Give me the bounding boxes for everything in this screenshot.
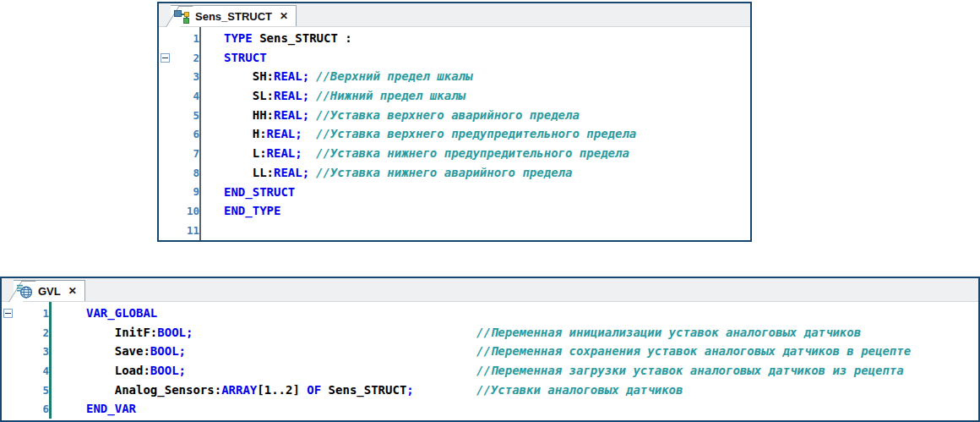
code-line[interactable]: 4 SL:REAL;//Нижний предел шкалы xyxy=(159,86,750,106)
keyword-token: REAL; xyxy=(274,166,309,179)
code-line[interactable]: 4 Load:BOOL;//Переменная загрузки уставо… xyxy=(2,361,978,381)
code-text: LL:REAL;//Уставка нижнего аварийного пре… xyxy=(206,163,750,183)
code-token: Save: xyxy=(86,344,150,358)
code-text: STRUCT xyxy=(206,48,750,68)
tab-gvl[interactable]: GVL ✕ xyxy=(14,280,85,301)
comment-token: //Переменная инициализации уставок анало… xyxy=(476,323,861,343)
struct-icon-node xyxy=(184,12,189,17)
keyword-token: REAL; xyxy=(274,108,309,122)
line-number: 5 xyxy=(174,109,206,122)
line-number: 1 xyxy=(19,307,57,320)
gvl-code-editor[interactable]: 1VAR_GLOBAL2 InitF:BOOL;//Переменная ини… xyxy=(2,302,978,419)
line-number: 4 xyxy=(19,364,57,377)
code-line[interactable]: 6END_VAR xyxy=(2,399,978,419)
code-line[interactable]: 2STRUCT xyxy=(159,48,750,68)
code-text: Analog_Sensors:ARRAY[1..2] OF Sens_STRUC… xyxy=(57,381,978,400)
code-text: H:REAL;//Уставка верхнего предупредитель… xyxy=(206,124,750,144)
line-number: 2 xyxy=(174,52,206,64)
keyword-token: REAL; xyxy=(274,89,309,102)
keyword-token: REAL; xyxy=(267,146,302,160)
comment-token: //Переменная сохранения уставок аналогов… xyxy=(476,342,911,361)
code-line[interactable]: 11 xyxy=(159,221,750,240)
code-token: Sens_STRUCT xyxy=(321,383,406,397)
line-number: 11 xyxy=(174,224,206,237)
line-number: 4 xyxy=(174,90,206,102)
code-text: SH:REAL;//Верхний предел шкалы xyxy=(206,67,750,86)
ide-workspace: Sens_STRUCT ✕ 1TYPE Sens_STRUCT :2STRUCT… xyxy=(0,0,980,422)
fold-collapse-icon[interactable] xyxy=(161,53,170,63)
code-token: Load: xyxy=(86,364,150,377)
code-token: SH: xyxy=(224,69,274,83)
code-line[interactable]: 1TYPE Sens_STRUCT : xyxy=(159,29,750,48)
keyword-token: VAR_GLOBAL xyxy=(86,306,157,320)
code-line[interactable]: 6 H:REAL;//Уставка верхнего предупредите… xyxy=(159,124,750,144)
code-token: HH: xyxy=(224,108,274,122)
code-token: Sens_STRUCT : xyxy=(253,31,352,45)
keyword-token: ; xyxy=(406,383,413,397)
comment-token: //Уставка нижнего аварийного предела xyxy=(316,163,572,183)
line-number: 6 xyxy=(19,403,57,415)
comment-token: //Уставка верхнего предупредительного пр… xyxy=(316,124,636,144)
code-token: [1..2] xyxy=(257,383,307,397)
dut-editor-window: Sens_STRUCT ✕ 1TYPE Sens_STRUCT :2STRUCT… xyxy=(157,2,752,242)
gvl-editor-window: GVL ✕ 1VAR_GLOBAL2 InitF:BOOL;//Переменн… xyxy=(0,277,980,422)
keyword-token: ARRAY xyxy=(221,383,257,397)
line-number: 1 xyxy=(174,32,206,45)
keyword-token: BOOL; xyxy=(150,344,186,358)
code-text: SL:REAL;//Нижний предел шкалы xyxy=(206,86,750,106)
code-token: Analog_Sensors: xyxy=(86,383,221,397)
code-text: HH:REAL;//Уставка верхнего аварийного пр… xyxy=(206,106,750,125)
struct-icon-node xyxy=(183,18,189,24)
close-icon[interactable]: ✕ xyxy=(68,286,77,296)
tab-sens-struct[interactable]: Sens_STRUCT ✕ xyxy=(171,5,297,26)
close-icon[interactable]: ✕ xyxy=(280,11,288,21)
code-line[interactable]: 9END_STRUCT xyxy=(159,183,750,202)
comment-token: //Уставка нижнего предупредительного пре… xyxy=(316,144,629,163)
fold-collapse-icon[interactable] xyxy=(3,309,13,318)
code-text: END_TYPE xyxy=(206,201,750,221)
code-token: LL: xyxy=(224,166,274,179)
line-number: 8 xyxy=(174,167,206,179)
code-line[interactable]: 3 Save:BOOL;//Переменная сохранения уста… xyxy=(2,342,978,361)
comment-token: //Нижний предел шкалы xyxy=(316,86,466,106)
code-line[interactable]: 3 SH:REAL;//Верхний предел шкалы xyxy=(159,67,750,86)
keyword-token: END_TYPE xyxy=(224,204,280,217)
tab-label: GVL xyxy=(38,285,61,298)
code-line[interactable]: 1VAR_GLOBAL xyxy=(2,304,978,323)
code-text: Load:BOOL;//Переменная загрузки уставок … xyxy=(57,361,978,381)
comment-token: //Уставки аналоговых датчиков xyxy=(476,381,683,400)
gvl-tab-bar: GVL ✕ xyxy=(2,278,978,302)
keyword-token: TYPE xyxy=(224,31,253,45)
keyword-token: STRUCT xyxy=(224,51,267,64)
keyword-token: BOOL; xyxy=(150,364,186,377)
line-number: 3 xyxy=(174,70,206,83)
comment-token: //Уставка верхнего аварийного предела xyxy=(316,106,580,125)
line-number: 9 xyxy=(174,185,206,198)
code-token: L: xyxy=(224,146,267,160)
line-number: 2 xyxy=(19,326,57,339)
code-text: Save:BOOL;//Переменная сохранения уставо… xyxy=(57,342,978,361)
keyword-token: BOOL; xyxy=(157,326,193,339)
code-token: H: xyxy=(224,127,267,140)
code-line[interactable]: 7 L:REAL;//Уставка нижнего предупредител… xyxy=(159,144,750,163)
keyword-token: REAL; xyxy=(267,127,302,140)
dut-code-editor[interactable]: 1TYPE Sens_STRUCT :2STRUCT3 SH:REAL;//Ве… xyxy=(159,27,750,240)
tab-label: Sens_STRUCT xyxy=(195,10,272,23)
line-number: 7 xyxy=(174,147,206,160)
code-text: VAR_GLOBAL xyxy=(57,304,978,323)
fold-gutter xyxy=(2,309,19,318)
code-line[interactable]: 5 HH:REAL;//Уставка верхнего аварийного … xyxy=(159,106,750,125)
struct-icon xyxy=(174,9,190,24)
fold-gutter xyxy=(159,53,174,63)
globe-icon xyxy=(17,284,33,299)
code-line[interactable]: 2 InitF:BOOL;//Переменная инициализации … xyxy=(2,323,978,343)
code-line[interactable]: 5 Analog_Sensors:ARRAY[1..2] OF Sens_STR… xyxy=(2,381,978,400)
code-line[interactable]: 8 LL:REAL;//Уставка нижнего аварийного п… xyxy=(159,163,750,183)
line-number: 3 xyxy=(19,345,57,358)
keyword-token: OF xyxy=(307,383,321,397)
code-token: SL: xyxy=(224,89,274,102)
line-number: 10 xyxy=(174,205,206,217)
line-number: 5 xyxy=(19,384,57,397)
keyword-token: REAL; xyxy=(274,69,309,83)
code-line[interactable]: 10END_TYPE xyxy=(159,201,750,221)
